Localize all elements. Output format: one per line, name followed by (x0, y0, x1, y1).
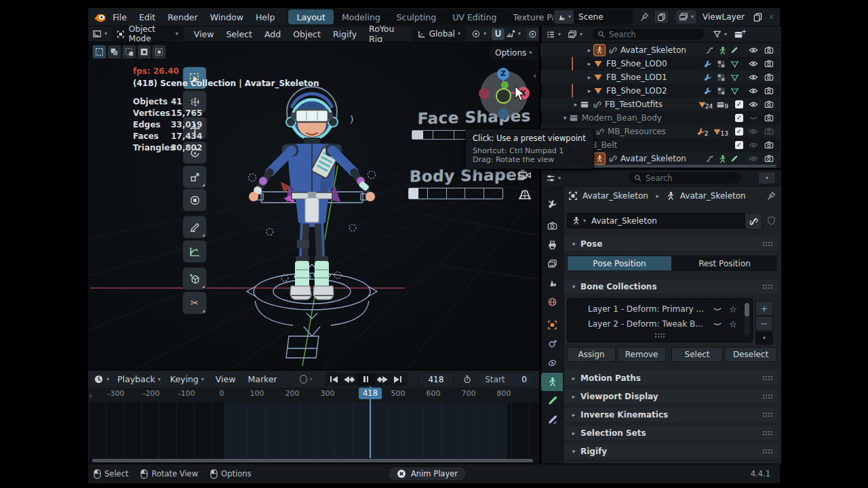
panel-grip[interactable] (762, 394, 773, 399)
panel-grip[interactable] (762, 449, 773, 454)
outliner-display-mode[interactable]: ▾ (568, 30, 583, 39)
select-mode-invert[interactable] (137, 45, 151, 59)
current-frame-field[interactable]: 418 (418, 372, 454, 387)
pin-id-icon[interactable] (766, 191, 776, 201)
object-icon[interactable] (568, 191, 578, 201)
proportional-edit-toggle[interactable] (526, 28, 539, 40)
panel-selection-sets[interactable]: ▸ Selection Sets (564, 426, 778, 440)
panel-inverse-kinematics[interactable]: ▸ Inverse Kinematics (564, 407, 778, 422)
tab-modeling[interactable]: Modeling (334, 9, 389, 24)
bone-collection-row[interactable]: Layer 2 - Deform: Tweak B... ☆ (568, 317, 752, 331)
gizmo-center[interactable] (496, 88, 511, 104)
gizmo-z-neg[interactable] (498, 108, 509, 119)
tool-annotate[interactable] (182, 216, 207, 239)
menu-window[interactable]: Window (204, 12, 250, 22)
fake-user-shield-icon[interactable] (766, 216, 776, 226)
timeline-hscrollbar[interactable] (92, 459, 533, 462)
properties-options-button[interactable]: ▾ (758, 171, 776, 184)
pose-position-button[interactable]: Pose Position (567, 256, 672, 271)
bone-collection-specials-button[interactable]: ▾ (755, 331, 773, 345)
editor-type-button[interactable]: ▾ (92, 29, 107, 39)
properties-tab-constraints[interactable] (541, 335, 563, 353)
stopwatch-icon[interactable] (463, 374, 471, 384)
timeline-body[interactable] (88, 403, 539, 460)
menu-royou-rig[interactable]: RoYou Rig (363, 24, 401, 44)
new-viewlayer-icon[interactable] (753, 12, 763, 22)
transform-orientation[interactable]: Global ▾ (412, 26, 466, 41)
hide-eye-icon[interactable] (749, 100, 758, 109)
tool-measure[interactable] (182, 240, 207, 263)
properties-editor-type[interactable]: ▾ (546, 174, 561, 183)
tab-layout[interactable]: Layout (288, 9, 334, 24)
panel-viewport-display[interactable]: ▸ Viewport Display (564, 389, 778, 403)
render-camera-icon[interactable] (764, 154, 774, 163)
properties-tab-viewlayer[interactable] (541, 255, 563, 273)
hide-eye-icon[interactable] (749, 127, 758, 136)
menu-view[interactable]: View (188, 29, 220, 39)
collection-solo-star-icon[interactable]: ☆ (729, 304, 737, 314)
collection-visibility-icon[interactable] (713, 304, 722, 314)
menu-edit[interactable]: Edit (133, 12, 161, 22)
ruler-expand-icon[interactable]: › (89, 391, 92, 401)
select-button[interactable]: Select (671, 347, 723, 362)
body-shapes-bar[interactable] (408, 188, 503, 199)
hide-eye-icon[interactable] (749, 140, 758, 150)
remove-button[interactable]: Remove (617, 347, 666, 362)
snap-settings[interactable]: ▾ (506, 29, 521, 39)
menu-playback[interactable]: Playback▾ (117, 374, 161, 384)
render-camera-icon[interactable] (764, 113, 774, 123)
remove-bone-collection-button[interactable]: − (755, 316, 773, 331)
list-scrollbar[interactable] (745, 303, 749, 336)
data-name-field[interactable]: ▾ Avatar_Skeleton (567, 213, 745, 228)
menu-marker[interactable]: Marker (242, 374, 283, 384)
assign-button[interactable]: Assign (567, 347, 616, 362)
gizmo-z-axis[interactable]: Z (497, 68, 509, 80)
collection-checkbox[interactable]: ✓ (735, 127, 743, 136)
menu-file[interactable]: File (106, 12, 133, 22)
select-mode-new[interactable] (92, 45, 106, 59)
outliner-search[interactable]: Search (592, 28, 705, 40)
tab-sculpting[interactable]: Sculpting (389, 9, 444, 24)
region-collapse-icon[interactable]: ‹ (533, 70, 536, 81)
pivot-point-button[interactable]: ▾ (471, 29, 486, 39)
snap-toggle[interactable] (492, 28, 505, 40)
autokey-record-button[interactable] (300, 375, 307, 384)
breadcrumb-data[interactable]: Avatar_Skeleton (680, 191, 746, 201)
properties-tab-output[interactable] (541, 236, 563, 254)
armature-data-icon[interactable] (666, 191, 675, 201)
rest-position-button[interactable]: Rest Position (672, 256, 777, 271)
outliner-row-avatar-skeleton[interactable]: ▸ Avatar_Skeleton (540, 43, 780, 57)
new-scene-button[interactable] (654, 10, 669, 24)
render-camera-icon[interactable] (764, 100, 774, 109)
list-resize-grip[interactable] (654, 333, 665, 338)
panel-motion-paths[interactable]: ▸ Motion Paths (564, 371, 778, 385)
properties-tab-bone-constraints[interactable] (541, 411, 563, 429)
properties-tab-render[interactable] (541, 217, 563, 235)
menu-help[interactable]: Help (250, 12, 281, 22)
hide-eye-icon[interactable] (749, 154, 758, 163)
outliner-row-fb-shoe-lod0[interactable]: ▸ FB_Shoe_LOD0 (540, 57, 780, 70)
panel-grip[interactable] (762, 375, 773, 381)
tab-uv-editing[interactable]: UV Editing (444, 9, 505, 24)
floor-grid-icon[interactable] (518, 188, 532, 201)
viewlayer-selector-icon[interactable]: ▾ (675, 9, 697, 24)
start-frame-field[interactable]: Start 0 (478, 372, 534, 387)
deselect-button[interactable]: Deselect (724, 347, 777, 362)
pin-scene-icon[interactable] (639, 12, 649, 22)
outliner-filter-button[interactable]: ▾ (713, 30, 727, 39)
render-camera-icon[interactable] (764, 59, 774, 68)
render-camera-icon[interactable] (764, 86, 774, 96)
outliner-row-fb-testoutfits[interactable]: ▸ FB_TestOutfits 24 9 ✓ (540, 98, 780, 111)
hide-eye-icon[interactable] (749, 73, 758, 82)
jump-to-start-button[interactable] (326, 374, 342, 385)
collection-checkbox[interactable]: ✓ (735, 100, 743, 108)
select-mode-extend[interactable] (107, 45, 121, 59)
properties-tab-object[interactable] (541, 316, 563, 334)
panel-grip[interactable] (762, 241, 773, 247)
stop-player-icon[interactable] (397, 469, 406, 479)
collection-solo-star-icon[interactable]: ☆ (729, 319, 737, 329)
timeline-editor-type[interactable]: ▾ (94, 374, 109, 384)
collection-checkbox[interactable]: ✓ (735, 141, 743, 149)
panel-grip[interactable] (762, 430, 773, 436)
menu-render[interactable]: Render (161, 12, 204, 22)
